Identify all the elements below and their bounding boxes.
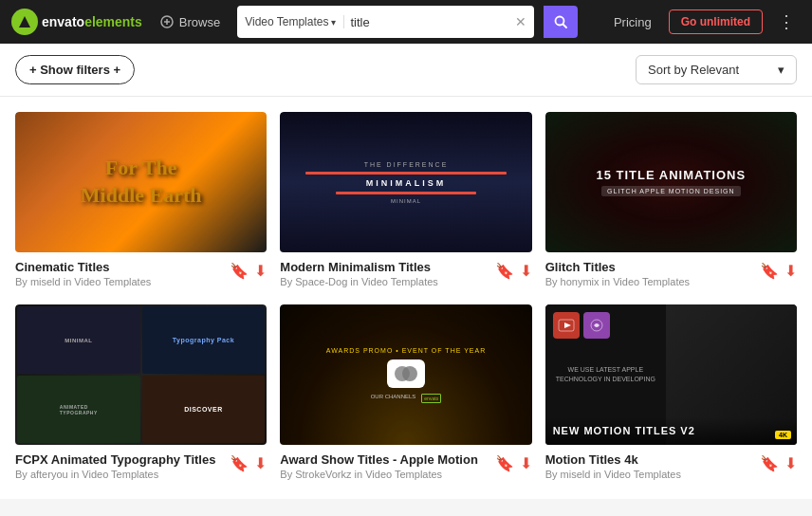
search-submit-button[interactable] [544, 6, 578, 38]
show-filters-button[interactable]: + Show filters + [15, 55, 135, 84]
go-unlimited-button[interactable]: Go unlimited [669, 9, 763, 34]
card-title: Glitch Titles [545, 260, 760, 274]
card-item: THE DIFFERENCE MINIMALISM MINIMAL Modern… [280, 112, 531, 291]
thumb-cell-4: DISCOVER [142, 376, 266, 443]
thumb-main: MINIMALISM [305, 178, 507, 188]
card-item: 15 TITLE ANIMATIONS GLITCH APPLE MOTION … [545, 112, 797, 291]
thumb-lines: THE DIFFERENCE MINIMALISM MINIMAL [305, 161, 507, 204]
card-thumbnail[interactable]: THE DIFFERENCE MINIMALISM MINIMAL [280, 112, 531, 252]
card-actions: 🔖 ⬇ [230, 452, 267, 472]
header: envatoelements Browse Video Templates ▾ … [0, 0, 812, 44]
card-author: By afteryou in Video Templates [15, 469, 230, 480]
card-actions: 🔖 ⬇ [495, 260, 532, 280]
browse-button[interactable]: Browse [152, 10, 228, 33]
sort-dropdown[interactable]: Sort by Relevant ▾ [636, 55, 797, 84]
bookmark-button[interactable]: 🔖 [495, 454, 514, 472]
card-info: FCPX Animated Typography Titles By after… [15, 445, 267, 484]
bookmark-button[interactable]: 🔖 [230, 454, 249, 472]
results-grid: For TheMiddle Earth Cinematic Titles By … [15, 112, 797, 484]
fcpx-icon [558, 319, 575, 332]
browse-icon [159, 14, 175, 29]
card-text: Modern Minimalism Titles By Space-Dog in… [280, 260, 494, 287]
thumb-icons [553, 312, 610, 339]
card-actions: 🔖 ⬇ [760, 452, 797, 472]
search-input[interactable] [350, 15, 509, 29]
download-button[interactable]: ⬇ [520, 454, 532, 472]
svg-point-5 [402, 366, 417, 381]
apple-motion-logo: Motion [393, 364, 419, 383]
show-filters-label: + Show filters + [29, 63, 120, 77]
card-title: FCPX Animated Typography Titles [15, 452, 230, 467]
bookmark-button[interactable]: 🔖 [495, 262, 514, 280]
thumb-title-text: For TheMiddle Earth [81, 155, 202, 209]
card-thumbnail[interactable]: For TheMiddle Earth [15, 112, 267, 252]
card-item: AWARDS PROMO • EVENT OF THE YEAR Motion … [280, 304, 531, 484]
card-author: By miseld in Video Templates [15, 276, 230, 287]
thumb-title: 15 TITLE ANIMATIONS [596, 168, 746, 182]
thumb-top-text: AWARDS PROMO • EVENT OF THE YEAR [326, 347, 487, 354]
card-actions: 🔖 ⬇ [230, 260, 267, 280]
search-category-label: Video Templates [245, 15, 328, 28]
thumb-icon-2 [583, 312, 610, 339]
thumb-left-text: WE USE LATEST APPLE TECHNOLOGY IN DEVELO… [545, 365, 666, 385]
more-options-button[interactable]: ⋮ [772, 8, 801, 36]
thumb-bottom: OUR CHANNELS envato [371, 394, 442, 403]
card-text: Cinematic Titles By miseld in Video Temp… [15, 260, 230, 287]
card-info: Cinematic Titles By miseld in Video Temp… [15, 252, 267, 291]
bookmark-button[interactable]: 🔖 [230, 262, 249, 280]
toolbar: + Show filters + Sort by Relevant ▾ [0, 44, 812, 97]
thumb-icon-1 [553, 312, 580, 339]
search-category-selector[interactable]: Video Templates ▾ [245, 15, 344, 28]
card-text: Glitch Titles By honymix in Video Templa… [545, 260, 760, 287]
card-info: Award Show Titles - Apple Motion By Stro… [280, 445, 531, 484]
logo[interactable]: envatoelements [11, 9, 142, 35]
motion-icon [589, 318, 604, 333]
card-info: Motion Titles 4k By miseld in Video Temp… [545, 445, 797, 484]
search-icon [554, 15, 567, 28]
thumb-label: THE DIFFERENCE [305, 161, 507, 168]
thumb-4k-badge: 4K [775, 431, 791, 439]
card-author: By miseld in Video Templates [545, 469, 760, 480]
card-thumbnail[interactable]: 15 TITLE ANIMATIONS GLITCH APPLE MOTION … [545, 112, 797, 252]
card-thumbnail[interactable]: MINIMAL Typography Pack ANIMATEDTYPOGRAP… [15, 304, 267, 445]
download-button[interactable]: ⬇ [784, 262, 797, 280]
card-thumbnail[interactable]: WE USE LATEST APPLE TECHNOLOGY IN DEVELO… [545, 304, 797, 445]
svg-line-3 [563, 25, 567, 28]
card-actions: 🔖 ⬇ [495, 452, 532, 472]
card-item: WE USE LATEST APPLE TECHNOLOGY IN DEVELO… [545, 304, 797, 484]
search-clear-button[interactable]: ✕ [515, 15, 526, 28]
category-chevron-icon: ▾ [331, 17, 336, 28]
card-text: Motion Titles 4k By miseld in Video Temp… [545, 452, 760, 480]
card-text: Award Show Titles - Apple Motion By Stro… [280, 452, 494, 480]
card-author: By honymix in Video Templates [545, 276, 760, 287]
card-info: Modern Minimalism Titles By Space-Dog in… [280, 252, 531, 291]
card-author: By StrokeVorkz in Video Templates [280, 469, 494, 480]
content-area: For TheMiddle Earth Cinematic Titles By … [0, 97, 812, 499]
card-item: For TheMiddle Earth Cinematic Titles By … [15, 112, 267, 291]
thumb-overlay: NEW MOTION TITLES V2 [545, 417, 797, 445]
envato-logo-icon [11, 9, 38, 35]
thumb-subtitle: GLITCH APPLE MOTION DESIGN [601, 186, 741, 196]
download-button[interactable]: ⬇ [520, 262, 532, 280]
card-title: Award Show Titles - Apple Motion [280, 452, 494, 467]
card-thumbnail[interactable]: AWARDS PROMO • EVENT OF THE YEAR Motion … [280, 304, 531, 445]
thumb-main-text: NEW MOTION TITLES V2 [553, 425, 789, 437]
download-button[interactable]: ⬇ [254, 454, 267, 472]
card-title: Modern Minimalism Titles [280, 260, 494, 274]
thumb-channel: OUR CHANNELS [371, 394, 416, 403]
card-title: Cinematic Titles [15, 260, 230, 274]
thumb-sub: MINIMAL [305, 198, 507, 204]
pricing-link[interactable]: Pricing [606, 11, 659, 33]
bookmark-button[interactable]: 🔖 [760, 454, 779, 472]
sort-chevron-icon: ▾ [778, 63, 784, 77]
download-button[interactable]: ⬇ [254, 262, 267, 280]
card-title: Motion Titles 4k [545, 452, 760, 467]
thumb-envato: envato [421, 394, 441, 403]
card-item: MINIMAL Typography Pack ANIMATEDTYPOGRAP… [15, 304, 267, 484]
search-bar: Video Templates ▾ ✕ [237, 6, 534, 38]
card-actions: 🔖 ⬇ [760, 260, 797, 280]
download-button[interactable]: ⬇ [784, 454, 797, 472]
thumb-cell-1: MINIMAL [17, 306, 140, 374]
thumb-line-2 [336, 192, 477, 194]
bookmark-button[interactable]: 🔖 [760, 262, 779, 280]
